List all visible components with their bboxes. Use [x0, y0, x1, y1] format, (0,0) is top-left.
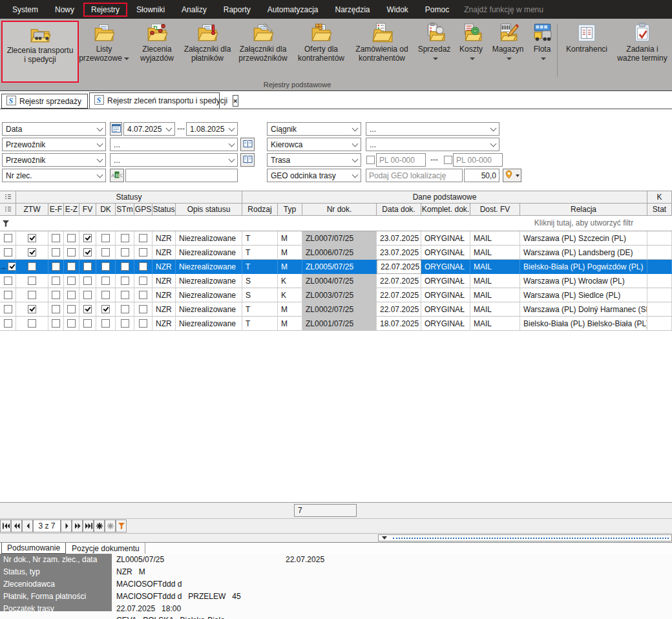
splitter-collapse-icon[interactable]	[379, 535, 390, 541]
rodzaj-cell[interactable]: T	[242, 317, 278, 331]
status-checkbox-cell[interactable]	[116, 317, 134, 331]
status-cell[interactable]: NZR	[152, 288, 176, 302]
dost-fv-cell[interactable]: MAIL	[470, 274, 520, 288]
relacja-cell[interactable]: Warszawa (PL) Siedlce (PL)	[520, 288, 647, 302]
komplet-dok-cell[interactable]: ORYGINAŁ	[421, 317, 470, 331]
filter-field-trasa[interactable]: Trasa	[267, 153, 361, 167]
fv-checkbox[interactable]	[83, 234, 92, 242]
data-dok-cell[interactable]: 22.07.2025	[377, 302, 421, 317]
dost-fv-cell[interactable]: MAIL	[470, 302, 520, 317]
status-checkbox-cell[interactable]	[16, 231, 48, 246]
stm-checkbox[interactable]	[121, 305, 129, 313]
ribbon-button-fleet[interactable]: Flota	[529, 21, 556, 80]
grid-col-header-Status[interactable]: Status	[152, 204, 176, 216]
status-checkbox-cell[interactable]	[134, 231, 152, 246]
rodzaj-cell[interactable]: S	[242, 288, 278, 302]
tab-close-icon[interactable]: ×	[233, 95, 238, 107]
status-desc-cell[interactable]: Niezrealizowane	[176, 246, 242, 260]
fv-checkbox[interactable]	[83, 305, 92, 313]
status-desc-cell[interactable]: Niezrealizowane	[176, 288, 242, 302]
row-selector-cell[interactable]	[0, 288, 16, 302]
typ-cell[interactable]: M	[278, 231, 302, 246]
filter-field-przewoznik-1[interactable]: Przewoźnik	[2, 138, 106, 151]
grid-col-header-E-F[interactable]: E-F	[48, 204, 64, 216]
status-checkbox-cell[interactable]	[96, 231, 116, 246]
tab-rejestr-sprzedazy[interactable]: S Rejestr sprzedaży	[1, 94, 88, 109]
e-z-checkbox[interactable]	[67, 305, 76, 313]
row-select-checkbox[interactable]	[4, 291, 12, 299]
status-checkbox-cell[interactable]	[79, 246, 96, 260]
nav-prev-button[interactable]	[22, 519, 33, 532]
kierowca-value-combo[interactable]: ...	[366, 138, 499, 151]
stat-cell[interactable]	[647, 260, 672, 274]
stat-cell[interactable]	[647, 302, 672, 317]
filter-field-przewoznik-2[interactable]: Przewoźnik	[2, 153, 106, 167]
e-f-checkbox[interactable]	[52, 305, 60, 313]
nr-dok-cell[interactable]: ZL0007/07/25	[302, 231, 377, 246]
status-checkbox-cell[interactable]	[64, 260, 79, 274]
status-checkbox-cell[interactable]	[79, 274, 96, 288]
grid-col-header-ZTW[interactable]: ZTW	[16, 204, 48, 216]
nr-dok-cell[interactable]: ZL0001/07/25	[302, 317, 377, 331]
nav-prev-page-button[interactable]	[11, 519, 22, 532]
gps-checkbox[interactable]	[139, 319, 147, 328]
filter-field-ciagnik[interactable]: Ciągnik	[267, 122, 361, 136]
typ-cell[interactable]: M	[278, 317, 302, 331]
typ-cell[interactable]: M	[278, 260, 302, 274]
dk-checkbox[interactable]	[101, 277, 110, 285]
typ-cell[interactable]: M	[278, 302, 302, 317]
ztw-checkbox[interactable]	[28, 262, 36, 271]
status-checkbox-cell[interactable]	[116, 260, 134, 274]
ciagnik-value-combo[interactable]: ...	[366, 122, 499, 136]
stm-checkbox[interactable]	[121, 234, 129, 242]
relacja-cell[interactable]: Bielsko-Biała (PL) Pogwizdów (PL)	[520, 260, 647, 274]
relacja-cell[interactable]: Warszawa (PL) Wrocław (PL)	[520, 274, 647, 288]
nr-dok-cell[interactable]: ZL0004/07/25	[302, 274, 377, 288]
status-checkbox-cell[interactable]	[64, 317, 79, 331]
status-cell[interactable]: NZR	[152, 260, 176, 274]
fv-checkbox[interactable]	[83, 291, 92, 299]
row-select-checkbox[interactable]	[4, 319, 12, 328]
nav-first-button[interactable]	[0, 519, 11, 532]
menu-item-narzędzia[interactable]: Narzędzia	[327, 3, 377, 17]
ztw-checkbox[interactable]	[28, 277, 36, 285]
status-desc-cell[interactable]: Niezrealizowane	[176, 302, 242, 317]
calendar-button[interactable]	[110, 122, 122, 136]
grid-group-dane-podstawowe[interactable]: Dane podstawowe	[242, 191, 647, 204]
status-checkbox-cell[interactable]	[48, 302, 64, 317]
status-checkbox-cell[interactable]	[64, 288, 79, 302]
status-checkbox-cell[interactable]	[48, 317, 64, 331]
trasa-from-input[interactable]	[376, 153, 426, 167]
status-checkbox-cell[interactable]	[96, 302, 116, 317]
filter-funnel-icon[interactable]	[2, 220, 10, 229]
geo-radius-input[interactable]	[464, 169, 499, 182]
grid-col-header-Komplet. dok.[interactable]: Komplet. dok.	[421, 204, 470, 216]
status-desc-cell[interactable]: Niezrealizowane	[176, 231, 242, 246]
menu-item-słowniki[interactable]: Słowniki	[129, 3, 173, 17]
row-selector-cell[interactable]	[0, 274, 16, 288]
nav-star-button[interactable]	[94, 519, 105, 532]
gps-checkbox[interactable]	[139, 262, 147, 271]
status-checkbox-cell[interactable]	[64, 302, 79, 317]
e-z-checkbox[interactable]	[67, 291, 76, 299]
dost-fv-cell[interactable]: MAIL	[470, 231, 520, 246]
ztw-checkbox[interactable]	[28, 248, 36, 257]
grid-col-header-DK[interactable]: DK	[96, 204, 116, 216]
dk-checkbox[interactable]	[101, 248, 110, 257]
fv-checkbox[interactable]	[83, 319, 92, 328]
nav-last-button[interactable]	[83, 519, 94, 532]
status-checkbox-cell[interactable]	[16, 317, 48, 331]
relacja-cell[interactable]: Warszawa (PL) Landsberg (DE)	[520, 246, 647, 260]
status-checkbox-cell[interactable]	[96, 246, 116, 260]
grid-col-header-Typ[interactable]: Typ	[278, 204, 302, 216]
status-desc-cell[interactable]: Niezrealizowane	[176, 317, 242, 331]
status-checkbox-cell[interactable]	[116, 288, 134, 302]
status-checkbox-cell[interactable]	[48, 260, 64, 274]
grid-col-header-GPS[interactable]: GPS	[134, 204, 152, 216]
ribbon-button-attachments-carriers[interactable]: Załączniki dlaprzewoźników	[234, 21, 292, 80]
row-select-checkbox[interactable]	[4, 277, 12, 285]
grid-col-header-Opis statusu[interactable]: Opis statusu	[176, 204, 242, 216]
status-checkbox-cell[interactable]	[116, 302, 134, 317]
grid-col-header-Relacja[interactable]: Relacja	[520, 204, 647, 216]
stat-cell[interactable]	[647, 274, 672, 288]
